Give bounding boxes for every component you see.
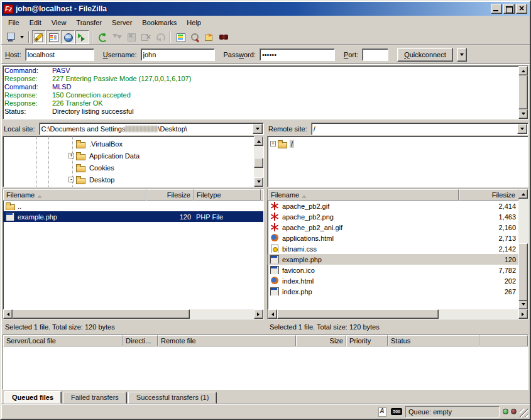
column-header-server-local-file[interactable]: Server/Local file <box>3 335 123 346</box>
file-row[interactable]: favicon.ico 7,782 <box>268 265 518 275</box>
scroll-right-button[interactable] <box>518 309 528 319</box>
scroll-thumb[interactable] <box>518 243 528 301</box>
remote-tree-item[interactable]: + / <box>270 138 528 150</box>
scroll-up-button[interactable] <box>254 136 263 146</box>
scroll-up-button[interactable] <box>518 66 528 75</box>
queue-tab[interactable]: Successful transfers (1) <box>128 392 217 404</box>
password-input[interactable] <box>260 48 335 61</box>
column-header-filetype[interactable]: Filetype <box>194 189 261 201</box>
toolbar-action-button[interactable] <box>124 30 138 44</box>
minimize-button[interactable] <box>491 4 502 14</box>
toolbar-toggle-button[interactable] <box>61 30 75 44</box>
file-type-icon <box>270 266 280 274</box>
file-row[interactable]: index.html 202 <box>268 275 518 286</box>
file-row[interactable]: example.php 120 PHP File 1 <box>3 211 263 222</box>
scroll-thumb[interactable] <box>277 309 439 319</box>
toolbar-tool-button[interactable] <box>173 30 187 44</box>
file-row[interactable]: index.php 267 <box>268 286 518 297</box>
local-tree-item[interactable]: Cookies <box>68 162 254 174</box>
toolbar-action-button[interactable] <box>110 30 124 44</box>
toolbar-action-button[interactable] <box>96 30 109 44</box>
local-tree-item[interactable]: + Application Data <box>68 150 254 162</box>
toolbar-tool-button[interactable] <box>202 30 216 44</box>
toolbar-tool-button[interactable] <box>217 30 231 44</box>
queue-tab[interactable]: Failed transfers <box>63 392 127 404</box>
column-header-size[interactable]: Size <box>296 335 346 346</box>
menu-item[interactable]: View <box>47 18 71 28</box>
toolbar-toggle-button[interactable] <box>75 30 89 44</box>
remote-tree: + / <box>267 136 528 187</box>
scroll-left-button[interactable] <box>3 309 13 319</box>
remote-vertical-scrollbar[interactable] <box>518 189 528 309</box>
scroll-thumb[interactable] <box>13 309 190 319</box>
log-line: Response:226 Transfer OK <box>4 99 517 108</box>
port-input[interactable] <box>362 48 388 61</box>
data-type-indicator-icon[interactable] <box>377 407 388 417</box>
column-header-filename[interactable]: Filename <box>3 189 146 201</box>
tree-expander[interactable]: + <box>270 141 276 146</box>
maximize-button[interactable] <box>503 4 515 14</box>
column-header-remote-file[interactable]: Remote file <box>158 335 296 346</box>
local-site-combobox[interactable]: C:\Documents and Settings\Desktop\ <box>39 123 264 135</box>
resize-grip[interactable] <box>520 409 528 417</box>
column-header-lastmodified[interactable]: L <box>261 189 264 201</box>
scroll-left-button[interactable] <box>268 309 277 319</box>
remote-site-dropdown-button[interactable] <box>517 124 527 134</box>
file-row[interactable]: bitnami.css 2,142 <box>268 243 518 254</box>
file-row[interactable]: apache_pb2_ani.gif 2,160 <box>268 222 518 233</box>
menu-item[interactable]: File <box>4 18 24 28</box>
local-horizontal-scrollbar[interactable] <box>3 309 263 319</box>
scroll-thumb[interactable] <box>254 158 263 168</box>
tree-expander[interactable]: - <box>68 177 74 182</box>
queue-body[interactable] <box>3 346 528 389</box>
file-row[interactable]: applications.html 2,713 <box>268 233 518 243</box>
close-button[interactable] <box>516 4 527 14</box>
column-header-status[interactable]: Status <box>388 335 479 346</box>
column-header-filesize[interactable]: Filesize <box>459 189 518 201</box>
toolbar-action-button[interactable] <box>153 30 167 44</box>
column-header-filename[interactable]: Filename <box>268 189 459 201</box>
site-manager-button[interactable] <box>4 30 18 44</box>
toolbar-icon <box>48 32 58 42</box>
scroll-down-button[interactable] <box>518 300 528 309</box>
site-manager-dropdown-button[interactable] <box>18 30 26 44</box>
folder-icon <box>76 163 85 172</box>
scroll-thumb[interactable] <box>518 75 528 109</box>
scroll-right-button[interactable] <box>254 309 263 319</box>
username-input[interactable] <box>141 48 215 61</box>
scroll-up-button[interactable] <box>518 189 528 199</box>
local-tree-item[interactable]: .VirtualBox <box>68 138 254 150</box>
column-header-direction[interactable]: Directi... <box>123 335 158 346</box>
toolbar-tool-button[interactable] <box>188 30 202 44</box>
remote-site-combobox[interactable]: / <box>311 123 528 135</box>
host-input[interactable] <box>25 48 94 61</box>
quickconnect-button[interactable]: Quickconnect <box>397 48 453 62</box>
toolbar-toggle-button[interactable] <box>47 30 60 44</box>
column-header-filesize[interactable]: Filesize <box>146 189 194 201</box>
local-tree-item[interactable]: - Desktop <box>68 174 254 185</box>
tree-expander[interactable]: + <box>68 153 74 158</box>
scroll-down-button[interactable] <box>254 177 263 187</box>
log-scrollbar[interactable] <box>518 66 528 119</box>
file-row[interactable]: example.php 120 <box>268 254 518 265</box>
toolbar-toggle-button[interactable] <box>32 30 46 44</box>
toolbar-action-button[interactable] <box>139 30 153 44</box>
queue-tab[interactable]: Queued files <box>4 391 62 404</box>
remote-horizontal-scrollbar[interactable] <box>268 309 528 319</box>
menu-item[interactable]: Edit <box>25 18 46 28</box>
titlebar[interactable]: Fz john@localhost - FileZilla <box>2 2 529 16</box>
speed-limit-icon[interactable]: 500 <box>391 408 402 415</box>
menu-item[interactable]: Bookmarks <box>138 18 181 28</box>
menu-item[interactable]: Server <box>107 18 136 28</box>
file-row[interactable]: apache_pb2.gif 2,414 <box>268 201 518 211</box>
send-led-icon <box>511 409 517 414</box>
scroll-down-button[interactable] <box>518 109 528 119</box>
file-row[interactable]: apache_pb2.png 1,463 <box>268 211 518 222</box>
file-row[interactable]: .. <box>3 201 263 211</box>
menu-item[interactable]: Transfer <box>72 18 106 28</box>
column-header-priority[interactable]: Priority <box>346 335 388 346</box>
menu-item[interactable]: Help <box>182 18 205 28</box>
local-tree-scrollbar[interactable] <box>254 136 263 187</box>
quickconnect-dropdown-button[interactable] <box>457 48 467 62</box>
local-site-dropdown-button[interactable] <box>253 124 263 134</box>
